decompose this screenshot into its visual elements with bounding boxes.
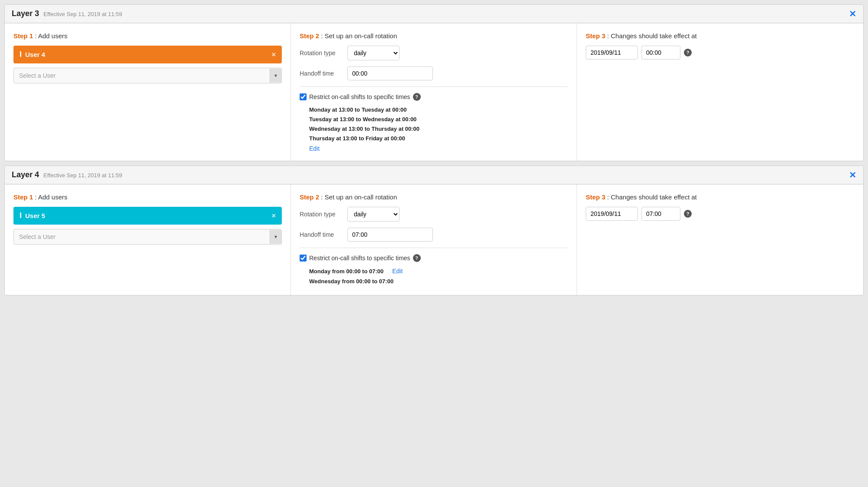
layer4-header-left: Layer 4 Effective Sep 11, 2019 at 11:59 xyxy=(12,170,122,179)
layer3-cursor-icon: I xyxy=(20,50,22,59)
layer4-step1-label: Step 1 xyxy=(13,193,33,201)
layer4-date-input[interactable] xyxy=(586,207,638,221)
layer4-user-tag-left: I User 5 xyxy=(20,211,45,220)
layer4-step3-label: Step 3 xyxy=(586,193,605,201)
layer4-step2: Step 2 : Set up an on-call rotation Rota… xyxy=(291,185,577,295)
layer3-step2-label: Step 2 xyxy=(300,32,319,40)
layer3-step1-label: Step 1 xyxy=(13,32,33,40)
layer3-effective: Effective Sep 11, 2019 at 11:59 xyxy=(43,11,122,17)
layer4-effective: Effective Sep 11, 2019 at 11:59 xyxy=(43,172,122,179)
layer3-select-user-text: Select a User xyxy=(14,68,270,83)
layer4-edit-link[interactable]: Edit xyxy=(392,266,403,277)
layer4-shift-line-1: Wednesday from 00:00 to 07:00 xyxy=(309,277,568,286)
layer3-step3-inputs: ? xyxy=(586,46,855,60)
layer3-shift-line-3: Thursday at 13:00 to Friday at 00:00 xyxy=(309,134,568,143)
layer3-user-remove-button[interactable]: × xyxy=(272,51,276,59)
layer4-step2-label: Step 2 xyxy=(300,193,319,201)
layer3-time-input[interactable] xyxy=(641,46,680,60)
layer3-step3-help-icon[interactable]: ? xyxy=(684,49,692,56)
layer3-step1-heading-text: : Add users xyxy=(35,32,67,40)
layer4-select-user-text: Select a User xyxy=(14,229,270,244)
layer4-select-user-arrow[interactable]: ▾ xyxy=(270,230,281,244)
layer4-step3-heading-text: : Changes should take effect at xyxy=(607,193,697,201)
layer4-step2-heading-text: : Set up an on-call rotation xyxy=(321,193,397,201)
layer3-shift-line-2: Wednesday at 13:00 to Thursday at 00:00 xyxy=(309,124,568,134)
layer3: Layer 3 Effective Sep 11, 2019 at 11:59 … xyxy=(4,4,864,161)
layer3-date-input[interactable] xyxy=(586,46,638,60)
layer4-user-remove-button[interactable]: × xyxy=(272,212,276,220)
layer3-restrict-help-icon[interactable]: ? xyxy=(413,93,421,101)
layer4-step3-inputs: ? xyxy=(586,207,855,221)
layer4-user-name: User 5 xyxy=(25,212,45,219)
layer4-title: Layer 4 xyxy=(12,170,39,179)
layer3-handoff-row: Handoff time xyxy=(300,66,568,80)
layer3-edit-link[interactable]: Edit xyxy=(309,145,320,152)
layer4-handoff-input[interactable] xyxy=(347,228,433,242)
layer4-divider xyxy=(300,248,568,248)
layer4-user-tag: I User 5 × xyxy=(13,207,282,225)
layer4-step3-heading: Step 3 : Changes should take effect at xyxy=(586,193,855,201)
layer3-rotation-row: Rotation type daily weekly custom xyxy=(300,46,568,60)
layer4-rotation-select[interactable]: daily weekly custom xyxy=(347,207,399,222)
layer4-rotation-row: Rotation type daily weekly custom xyxy=(300,207,568,222)
layer3-restrict-row: Restrict on-call shifts to specific time… xyxy=(300,93,568,101)
layer4-restrict-row: Restrict on-call shifts to specific time… xyxy=(300,254,568,262)
layer3-header-left: Layer 3 Effective Sep 11, 2019 at 11:59 xyxy=(12,9,122,18)
layer3-step2-heading-text: : Set up an on-call rotation xyxy=(321,32,397,40)
layer4-select-user[interactable]: Select a User ▾ xyxy=(13,229,282,245)
layer4-restrict-help-icon[interactable]: ? xyxy=(413,254,421,262)
layer3-step3: Step 3 : Changes should take effect at ? xyxy=(577,23,863,161)
layer3-shift-line-0: Monday at 13:00 to Tuesday at 00:00 xyxy=(309,105,568,115)
layer3-shift-times: Monday at 13:00 to Tuesday at 00:00 Tues… xyxy=(309,105,568,143)
layer3-restrict-checkbox[interactable] xyxy=(300,93,307,100)
layer3-divider xyxy=(300,86,568,87)
layer4-step3: Step 3 : Changes should take effect at ? xyxy=(577,185,863,295)
layer3-select-user[interactable]: Select a User ▾ xyxy=(13,68,282,83)
layer3-handoff-label: Handoff time xyxy=(300,70,343,77)
layer4-close-button[interactable]: ✕ xyxy=(849,171,856,179)
layer3-step3-label: Step 3 xyxy=(586,32,605,40)
layer3-step3-heading-text: : Changes should take effect at xyxy=(607,32,697,40)
layer4-body: Step 1 : Add users I User 5 × Select a U… xyxy=(5,184,863,295)
layer4-step2-heading: Step 2 : Set up an on-call rotation xyxy=(300,193,568,201)
layer4-shift-line-0-row: Monday from 00:00 to 07:00 Edit xyxy=(309,266,568,277)
layer4-shift-times: Monday from 00:00 to 07:00 Edit Wednesda… xyxy=(309,266,568,286)
layer4-header: Layer 4 Effective Sep 11, 2019 at 11:59 … xyxy=(5,166,863,184)
layer3-step3-heading: Step 3 : Changes should take effect at xyxy=(586,32,855,40)
layer3-rotation-label: Rotation type xyxy=(300,50,343,56)
layer3-step2-heading: Step 2 : Set up an on-call rotation xyxy=(300,32,568,40)
layer3-step2: Step 2 : Set up an on-call rotation Rota… xyxy=(291,23,577,161)
layer3-rotation-select[interactable]: daily weekly custom xyxy=(347,46,399,60)
layer4-cursor-icon: I xyxy=(20,211,22,220)
layer3-user-name: User 4 xyxy=(25,51,45,58)
layer3-close-button[interactable]: ✕ xyxy=(849,10,856,18)
layer4-time-input[interactable] xyxy=(641,207,680,221)
layer4-rotation-label: Rotation type xyxy=(300,211,343,218)
layer4-handoff-label: Handoff time xyxy=(300,231,343,238)
layer3-handoff-input[interactable] xyxy=(347,66,433,80)
layer3-select-user-arrow[interactable]: ▾ xyxy=(270,69,281,83)
layer3-title: Layer 3 xyxy=(12,9,39,18)
layer4-step1: Step 1 : Add users I User 5 × Select a U… xyxy=(5,185,291,295)
layer3-restrict-label: Restrict on-call shifts to specific time… xyxy=(309,93,410,100)
layer3-header: Layer 3 Effective Sep 11, 2019 at 11:59 … xyxy=(5,5,863,23)
layer3-shift-line-1: Tuesday at 13:00 to Wednesday at 00:00 xyxy=(309,115,568,124)
layer4-shift-line-0: Monday from 00:00 to 07:00 xyxy=(309,267,383,276)
layer4-step1-heading: Step 1 : Add users xyxy=(13,193,282,201)
layer3-user-tag: I User 4 × xyxy=(13,46,282,63)
layer3-user-tag-left: I User 4 xyxy=(20,50,45,59)
layer4-step1-heading-text: : Add users xyxy=(35,193,67,201)
layer3-step1: Step 1 : Add users I User 4 × Select a U… xyxy=(5,23,291,161)
layer4-handoff-row: Handoff time xyxy=(300,228,568,242)
layer3-body: Step 1 : Add users I User 4 × Select a U… xyxy=(5,23,863,161)
layer4: Layer 4 Effective Sep 11, 2019 at 11:59 … xyxy=(4,166,864,295)
layer4-restrict-label: Restrict on-call shifts to specific time… xyxy=(309,255,410,262)
layer4-step3-help-icon[interactable]: ? xyxy=(684,210,692,218)
layer4-restrict-checkbox[interactable] xyxy=(300,255,307,262)
layer3-step1-heading: Step 1 : Add users xyxy=(13,32,282,40)
